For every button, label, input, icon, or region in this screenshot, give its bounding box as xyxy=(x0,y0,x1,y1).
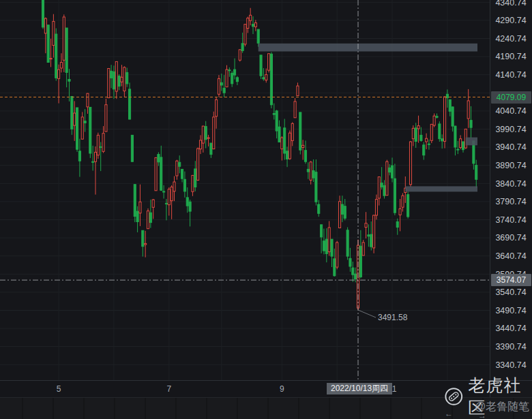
svg-text:4240.74: 4240.74 xyxy=(495,34,526,44)
svg-text:3890.74: 3890.74 xyxy=(495,161,526,170)
svg-text:4040.74: 4040.74 xyxy=(495,106,526,116)
svg-text:4340.74: 4340.74 xyxy=(495,0,526,7)
svg-text:4140.74: 4140.74 xyxy=(495,70,526,80)
chart-window: 4340.744290.744240.744190.744140.744040.… xyxy=(0,0,532,419)
gap-box xyxy=(466,138,477,146)
low-price-annotation: 3491.58 xyxy=(378,313,407,322)
svg-text:3440.74: 3440.74 xyxy=(495,324,526,333)
svg-text:3740.74: 3740.74 xyxy=(495,215,526,225)
svg-text:5: 5 xyxy=(57,384,61,394)
svg-text:3990.74: 3990.74 xyxy=(495,125,526,134)
svg-text:3690.74: 3690.74 xyxy=(495,233,526,243)
svg-text:3640.74: 3640.74 xyxy=(495,251,526,261)
resistance-zone xyxy=(258,44,477,52)
tiger-logo-icon xyxy=(443,385,464,408)
candlestick-chart[interactable]: 4340.744290.744240.744190.744140.744040.… xyxy=(0,0,532,419)
svg-text:3490.74: 3490.74 xyxy=(495,306,526,315)
support-zone xyxy=(405,186,477,191)
price-axis-labels: 4340.744290.744240.744190.744140.744040.… xyxy=(495,0,526,370)
svg-text:3390.74: 3390.74 xyxy=(495,342,526,352)
crosshair-date-tag: 2022/10/13周四 xyxy=(327,383,392,394)
crosshair-price-tag: 3574.07 xyxy=(491,274,531,286)
svg-text:3790.74: 3790.74 xyxy=(495,197,526,206)
svg-text:4290.74: 4290.74 xyxy=(495,16,526,25)
svg-text:3840.74: 3840.74 xyxy=(495,179,526,189)
pan-right-arrow[interactable]: → xyxy=(478,412,486,419)
pan-left-arrow[interactable]: ← xyxy=(445,409,453,418)
svg-text:3940.74: 3940.74 xyxy=(495,142,526,152)
svg-text:3340.74: 3340.74 xyxy=(495,360,526,370)
svg-text:3540.74: 3540.74 xyxy=(495,288,526,297)
svg-text:4190.74: 4190.74 xyxy=(495,52,526,61)
svg-text:7: 7 xyxy=(166,384,171,394)
svg-text:9: 9 xyxy=(280,384,284,394)
price-line-tag: 4079.09 xyxy=(491,91,531,104)
